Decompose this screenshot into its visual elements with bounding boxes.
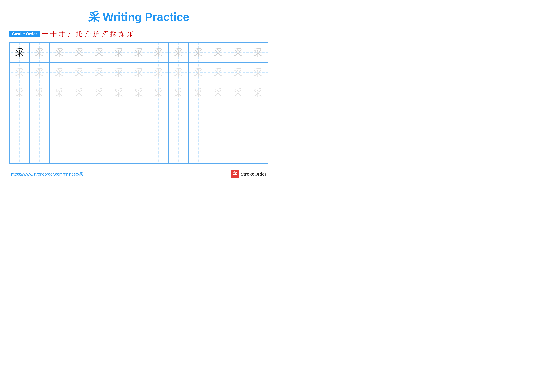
- cell-1-1[interactable]: 采: [10, 43, 30, 63]
- cell-4-9[interactable]: [169, 103, 189, 123]
- char-guide: 采: [55, 88, 64, 97]
- stroke-step-9: 採: [118, 29, 125, 38]
- cell-2-4[interactable]: 采: [69, 63, 89, 83]
- cell-6-11[interactable]: [208, 143, 228, 163]
- cell-6-5[interactable]: [89, 143, 109, 163]
- cell-1-7[interactable]: 采: [129, 43, 149, 63]
- cell-2-10[interactable]: 采: [189, 63, 209, 83]
- cell-5-12[interactable]: [228, 123, 248, 143]
- cell-5-9[interactable]: [169, 123, 189, 143]
- cell-1-12[interactable]: 采: [228, 43, 248, 63]
- cell-2-8[interactable]: 采: [149, 63, 169, 83]
- cell-3-6[interactable]: 采: [109, 83, 129, 103]
- title-character: 采: [88, 11, 100, 23]
- cell-5-10[interactable]: [189, 123, 209, 143]
- cell-3-12[interactable]: 采: [228, 83, 248, 103]
- cell-2-3[interactable]: 采: [50, 63, 69, 83]
- char-guide: 采: [253, 48, 263, 57]
- cell-4-4[interactable]: [69, 103, 89, 123]
- cell-4-11[interactable]: [208, 103, 228, 123]
- cell-3-8[interactable]: 采: [149, 83, 169, 103]
- cell-5-8[interactable]: [149, 123, 169, 143]
- cell-1-5[interactable]: 采: [89, 43, 109, 63]
- cell-2-13[interactable]: 采: [248, 63, 268, 83]
- stroke-step-0: 一: [42, 29, 48, 38]
- stroke-order-row: Stroke Order 一 十 才 扌 扥 扦 护 拓 採 採 采: [9, 29, 268, 38]
- cell-3-7[interactable]: 采: [129, 83, 149, 103]
- stroke-step-1: 十: [50, 29, 57, 38]
- cell-5-13[interactable]: [248, 123, 268, 143]
- cell-6-6[interactable]: [109, 143, 129, 163]
- cell-6-13[interactable]: [248, 143, 268, 163]
- cell-1-11[interactable]: 采: [208, 43, 228, 63]
- cell-1-2[interactable]: 采: [30, 43, 50, 63]
- char-guide: 采: [114, 68, 124, 77]
- char-guide: 采: [194, 68, 203, 77]
- cell-2-9[interactable]: 采: [169, 63, 189, 83]
- cell-1-13[interactable]: 采: [248, 43, 268, 63]
- cell-4-10[interactable]: [189, 103, 209, 123]
- cell-6-1[interactable]: [10, 143, 30, 163]
- cell-4-8[interactable]: [149, 103, 169, 123]
- cell-3-10[interactable]: 采: [189, 83, 209, 103]
- char-dark: 采: [15, 48, 24, 57]
- cell-4-5[interactable]: [89, 103, 109, 123]
- char-guide: 采: [15, 88, 24, 97]
- char-guide: 采: [253, 68, 263, 77]
- cell-2-7[interactable]: 采: [129, 63, 149, 83]
- char-guide: 采: [35, 48, 44, 57]
- cell-3-4[interactable]: 采: [69, 83, 89, 103]
- cell-5-5[interactable]: [89, 123, 109, 143]
- cell-4-6[interactable]: [109, 103, 129, 123]
- cell-5-6[interactable]: [109, 123, 129, 143]
- stroke-step-5: 扦: [84, 29, 91, 38]
- cell-6-8[interactable]: [149, 143, 169, 163]
- cell-4-2[interactable]: [30, 103, 50, 123]
- cell-6-7[interactable]: [129, 143, 149, 163]
- cell-6-2[interactable]: [30, 143, 50, 163]
- brand-icon: 字: [231, 170, 239, 178]
- stroke-step-2: 才: [59, 29, 65, 38]
- cell-3-9[interactable]: 采: [169, 83, 189, 103]
- char-guide: 采: [134, 48, 143, 57]
- cell-3-1[interactable]: 采: [10, 83, 30, 103]
- cell-5-4[interactable]: [69, 123, 89, 143]
- cell-4-12[interactable]: [228, 103, 248, 123]
- char-guide: 采: [253, 88, 263, 97]
- stroke-step-3: 扌: [67, 29, 74, 38]
- cell-5-11[interactable]: [208, 123, 228, 143]
- cell-5-2[interactable]: [30, 123, 50, 143]
- cell-4-3[interactable]: [50, 103, 69, 123]
- cell-1-9[interactable]: 采: [169, 43, 189, 63]
- cell-5-1[interactable]: [10, 123, 30, 143]
- cell-3-13[interactable]: 采: [248, 83, 268, 103]
- cell-5-3[interactable]: [50, 123, 69, 143]
- cell-1-8[interactable]: 采: [149, 43, 169, 63]
- cell-2-11[interactable]: 采: [208, 63, 228, 83]
- cell-6-12[interactable]: [228, 143, 248, 163]
- cell-6-4[interactable]: [69, 143, 89, 163]
- cell-1-10[interactable]: 采: [189, 43, 209, 63]
- cell-1-3[interactable]: 采: [50, 43, 69, 63]
- stroke-order-badge: Stroke Order: [9, 30, 40, 37]
- cell-2-1[interactable]: 采: [10, 63, 30, 83]
- cell-2-6[interactable]: 采: [109, 63, 129, 83]
- cell-2-5[interactable]: 采: [89, 63, 109, 83]
- cell-6-3[interactable]: [50, 143, 69, 163]
- cell-6-9[interactable]: [169, 143, 189, 163]
- cell-2-2[interactable]: 采: [30, 63, 50, 83]
- cell-6-10[interactable]: [189, 143, 209, 163]
- cell-3-2[interactable]: 采: [30, 83, 50, 103]
- cell-1-4[interactable]: 采: [69, 43, 89, 63]
- cell-4-13[interactable]: [248, 103, 268, 123]
- cell-4-1[interactable]: [10, 103, 30, 123]
- footer-url[interactable]: https://www.strokeorder.com/chinese/采: [11, 171, 83, 177]
- cell-4-7[interactable]: [129, 103, 149, 123]
- cell-2-12[interactable]: 采: [228, 63, 248, 83]
- cell-3-3[interactable]: 采: [50, 83, 69, 103]
- stroke-step-10: 采: [127, 29, 134, 38]
- cell-5-7[interactable]: [129, 123, 149, 143]
- cell-3-5[interactable]: 采: [89, 83, 109, 103]
- cell-3-11[interactable]: 采: [208, 83, 228, 103]
- cell-1-6[interactable]: 采: [109, 43, 129, 63]
